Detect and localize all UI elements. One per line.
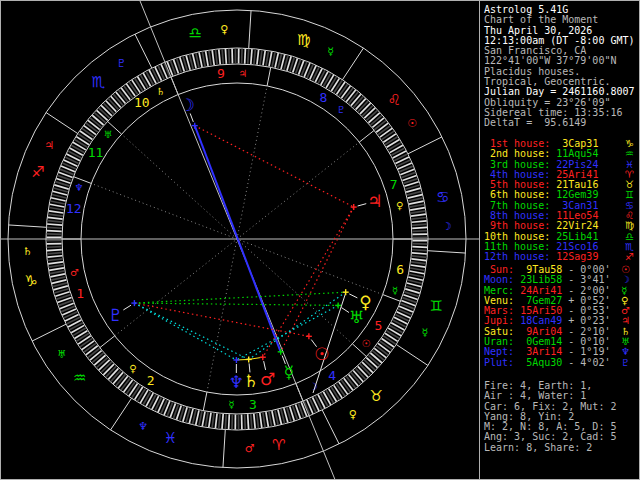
planet-icon-jupiter: ♃ (367, 191, 382, 211)
planet-icon-uranus: ♅ (349, 307, 364, 327)
degree-tick (257, 413, 259, 428)
degree-tick (412, 250, 427, 251)
degree-tick (269, 52, 272, 67)
degree-tick (212, 50, 214, 65)
house-ruler-icon: ☿ (228, 399, 234, 410)
sign-ruler-icon: ♇ (116, 57, 126, 70)
planet-pointer-line (349, 294, 357, 298)
degree-tick (411, 214, 426, 216)
degree-tick (149, 395, 156, 408)
degree-tick (47, 221, 62, 222)
house-row: 12th house: 12Sag39♐ (484, 252, 598, 262)
degree-tick (323, 73, 330, 86)
degree-tick (260, 50, 262, 65)
degree-tick (412, 253, 427, 254)
house-ruler-icon: ☉ (361, 338, 370, 349)
degree-tick (275, 410, 278, 425)
house-number: 5 (375, 318, 383, 333)
degree-tick (202, 52, 205, 67)
degree-tick (408, 277, 423, 280)
degree-tick (209, 413, 211, 428)
degree-tick (272, 411, 275, 426)
degree-tick (152, 396, 159, 409)
degree-tick (269, 412, 272, 427)
zodiac-sign-icon: ♓ (164, 429, 177, 447)
degree-tick (67, 154, 80, 161)
degree-tick (219, 49, 220, 64)
planet-pointer-line (358, 204, 367, 206)
house-number: 10 (134, 95, 150, 110)
sign-ruler-icon: ♄ (22, 245, 32, 258)
degree-tick (51, 277, 66, 280)
zodiac-sign-icon: ♋ (436, 188, 449, 206)
sign-boundary (322, 410, 339, 444)
aspect-line-sextile (134, 303, 248, 359)
planet-icon-mars: ♂ (260, 369, 275, 389)
degree-tick (202, 412, 205, 427)
degree-tick (254, 49, 255, 64)
house-number: 11 (88, 145, 104, 160)
house-ruler-icon: ♀ (396, 200, 403, 211)
degree-tick (394, 317, 407, 324)
degree-tick (225, 414, 226, 429)
degree-tick (391, 148, 404, 155)
house-number: 2 (147, 373, 155, 388)
chart-info-line: DeltaT = 95.6149 (484, 118, 635, 128)
house-ruler-icon: ♇ (337, 104, 346, 115)
degree-tick (68, 320, 81, 327)
degree-tick (409, 201, 424, 204)
house-ruler-icon: ♆ (75, 182, 84, 193)
degree-tick (410, 268, 425, 270)
sign-ruler-icon: ☿ (422, 326, 429, 339)
degree-tick (71, 325, 84, 332)
degree-tick (215, 413, 217, 428)
degree-tick (143, 392, 150, 405)
degree-tick (390, 325, 403, 332)
degree-tick (412, 247, 427, 248)
house-label: 12th house: (484, 251, 550, 262)
degree-tick (222, 414, 223, 429)
degree-tick (410, 271, 425, 274)
degree-tick (48, 259, 63, 261)
sign-boundary (396, 344, 428, 365)
degree-tick (410, 204, 425, 207)
degree-tick (229, 414, 230, 429)
zodiac-sign-icon: ♌ (388, 91, 401, 109)
planet-label: Plut: (484, 357, 514, 368)
zodiac-sign-icon: ♑ (24, 272, 37, 290)
degree-tick (390, 145, 403, 152)
house-number: 12 (66, 201, 82, 216)
chart-info-header: Astrolog 5.41GChart of the MomentThu Apr… (484, 5, 635, 129)
sign-ruler-icon: ♀ (220, 23, 228, 36)
degree-tick (50, 274, 65, 277)
degree-tick (408, 198, 423, 201)
degree-tick (251, 49, 252, 64)
house-boundary (100, 336, 115, 348)
planet-icon-moon: ☽ (179, 95, 194, 115)
sign-boundary (135, 34, 152, 68)
planet-latitude: - 4°02' (562, 357, 610, 368)
element-stats: Fire: 4, Earth: 1,Air : 4, Water: 1Car: … (484, 381, 616, 453)
degree-tick (260, 413, 262, 428)
degree-tick (321, 72, 328, 85)
degree-tick (49, 211, 64, 213)
degree-tick (47, 253, 62, 254)
sign-ruler-icon: ♆ (138, 420, 148, 433)
degree-tick (50, 204, 65, 207)
degree-tick (272, 52, 275, 67)
zodiac-sign-icon: ♊ (429, 297, 442, 315)
degree-tick (209, 51, 211, 66)
zodiac-sign-icon: ♉ (369, 387, 382, 405)
degree-tick (411, 259, 426, 261)
degree-tick (225, 49, 226, 64)
sign-ruler-icon: ♂ (245, 442, 255, 455)
degree-tick (50, 271, 65, 274)
sign-boundary (342, 48, 363, 80)
zodiac-sign-icon: ♏ (91, 73, 105, 91)
planet-position-table: Sun: 9Tau58 - 0°00'☉Moon: 23Lib58 - 3°41… (484, 265, 610, 368)
degree-tick (66, 317, 79, 324)
planet-pointer-line (341, 308, 349, 313)
house-cusp-value: 12Sag39 (550, 251, 598, 262)
degree-tick (47, 231, 62, 232)
degree-tick (48, 214, 63, 216)
